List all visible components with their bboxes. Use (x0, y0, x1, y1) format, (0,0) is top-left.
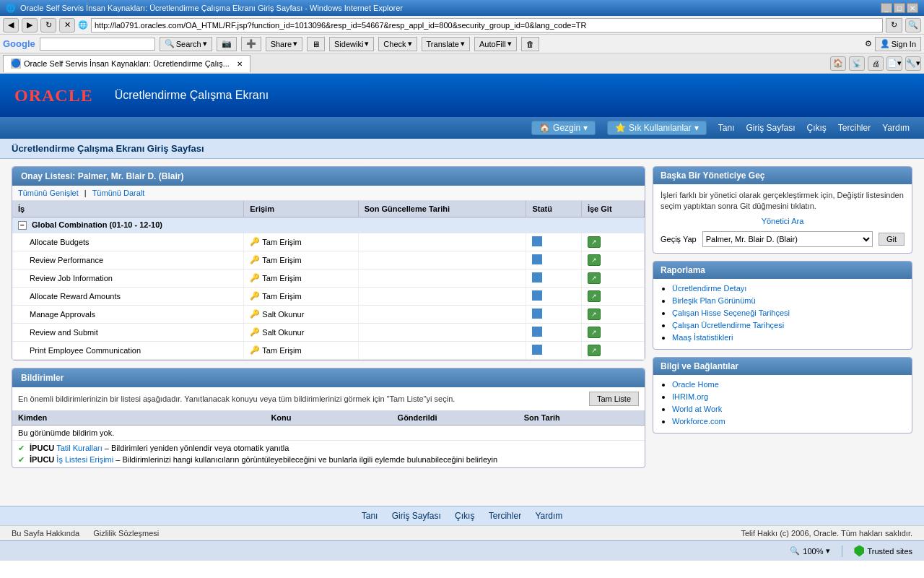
is-listesi-link[interactable]: İş Listesi Erişimi (56, 455, 113, 464)
eraser-button[interactable]: 🗑 (521, 37, 539, 51)
fav-dropdown-icon: ▾ (694, 123, 699, 133)
oracle-logo: ORACLE (14, 86, 93, 105)
bilgi-link-3[interactable]: World at Work (672, 405, 722, 413)
rapor-link-2[interactable]: Birleşik Plan Görünümü (672, 296, 756, 305)
tani-link[interactable]: Tanı (718, 123, 735, 133)
status-box-7[interactable] (532, 345, 542, 355)
row-erisim-3: 🔑 Tam Erişim (244, 269, 358, 287)
sik-kullanilanlar-button[interactable]: ⭐ Sık Kullanılanlar ▾ (607, 121, 707, 135)
yardim-link[interactable]: Yardım (882, 123, 910, 133)
address-bar[interactable] (91, 18, 883, 33)
rapor-link-4[interactable]: Çalışan Ücretlendirme Tarihçesi (672, 321, 784, 329)
minimize-button[interactable]: _ (881, 3, 892, 13)
sidewiki-button[interactable]: Sidewiki▾ (329, 37, 374, 51)
bilgi-link-2[interactable]: IHRIM.org (672, 392, 708, 401)
raporlama-links: Ücretlendirme Detayı Birleşik Plan Görün… (661, 283, 905, 342)
goto-icon-1[interactable]: ↗ (588, 236, 601, 248)
bottom-left: Bu Sayfa Hakkında Gizlilik Sözleşmesi (12, 529, 170, 538)
row-erisim-7: 🔑 Tam Erişim (244, 341, 358, 359)
gecis-select[interactable]: Palmer, Mr. Blair D. (Blair) (702, 231, 873, 247)
status-box-1[interactable] (532, 236, 542, 246)
zoom-icon: 🔍 (790, 546, 800, 556)
goto-icon-3[interactable]: ↗ (588, 272, 601, 284)
zoom-value: 100% (803, 547, 823, 556)
footer-giris-link[interactable]: Giriş Sayfası (392, 511, 441, 521)
translate-button[interactable]: Translate▾ (422, 37, 470, 51)
tools-menu-button[interactable]: 🔧▾ (905, 56, 921, 71)
goto-icon-5[interactable]: ↗ (588, 309, 601, 320)
git-button[interactable]: Git (879, 233, 905, 246)
status-box-5[interactable] (532, 309, 542, 319)
collapse-group-icon[interactable]: − (18, 221, 27, 230)
google-search-input[interactable] (40, 38, 155, 51)
search-ie-button[interactable]: 🔍 (905, 18, 921, 33)
raporlama-section: Raporlama Ücretlendirme Detayı Birleşik … (653, 261, 912, 350)
search-button[interactable]: 🔍 Search ▾ (160, 37, 212, 51)
tercihler-link[interactable]: Tercihler (838, 123, 871, 133)
gizlilik-link[interactable]: Gizlilik Sözleşmesi (93, 529, 159, 538)
expand-collapse-bar: Tümünü Genişlet | Tümünü Daralt (12, 186, 645, 201)
monitor-button[interactable]: 🖥 (307, 37, 325, 51)
bu-sayfa-link[interactable]: Bu Sayfa Hakkında (12, 529, 79, 538)
home-ie-button[interactable]: 🏠 (830, 56, 846, 71)
goto-icon-4[interactable]: ↗ (588, 290, 601, 302)
status-box-3[interactable] (532, 272, 542, 282)
goto-icon-6[interactable]: ↗ (588, 327, 601, 338)
settings-icon: ⚙ (865, 39, 872, 48)
row-tarih-5 (358, 305, 526, 323)
footer-tani-link[interactable]: Tanı (362, 511, 378, 521)
active-tab[interactable]: 🔵 Oracle Self Servis İnsan Kaynakları: Ü… (3, 55, 250, 72)
rapor-link-5[interactable]: Maaş İstatistikleri (672, 333, 733, 342)
go-refresh-button[interactable]: ↻ (886, 18, 902, 33)
footer-tercihler-link[interactable]: Tercihler (489, 511, 521, 521)
maximize-button[interactable]: □ (894, 3, 905, 13)
zoom-dropdown[interactable]: ▾ (826, 546, 830, 556)
footer-cikis-link[interactable]: Çıkış (455, 511, 474, 521)
back-button[interactable]: ◀ (3, 18, 19, 33)
gezgin-button[interactable]: 🏠 Gezgin ▾ (531, 121, 596, 135)
tatil-kurallari-link[interactable]: Tatil Kuralları (56, 444, 103, 452)
camera-button[interactable]: 📷 (217, 37, 237, 51)
rapor-link-1[interactable]: Ücretlendirme Detayı (672, 284, 746, 293)
check-button[interactable]: Check▾ (378, 37, 417, 51)
bilgi-link-1[interactable]: Oracle Home (672, 380, 719, 389)
row-goto-7: ↗ (581, 341, 644, 359)
tam-liste-button[interactable]: Tam Liste (589, 392, 639, 406)
tab-close-icon[interactable]: ✕ (237, 60, 243, 68)
footer-yardim-link[interactable]: Yardım (535, 511, 562, 521)
giris-link[interactable]: Giriş Sayfası (746, 123, 795, 133)
home-dropdown-icon: ▾ (583, 123, 588, 133)
autofill-button[interactable]: AutoFill▾ (474, 37, 517, 51)
status-box-2[interactable] (532, 254, 542, 264)
page-menu-button[interactable]: 📄▾ (886, 56, 902, 71)
row-goto-6: ↗ (581, 323, 644, 341)
ipucu-row-2: ✔ İPUCU İş Listesi Erişimi – Bildirimler… (18, 455, 639, 465)
goto-icon-7[interactable]: ↗ (588, 345, 601, 356)
status-box-4[interactable] (532, 290, 542, 301)
raporlama-list: Ücretlendirme Detayı Birleşik Plan Görün… (653, 279, 912, 349)
bilgi-link-4[interactable]: Workforce.com (672, 417, 725, 426)
forward-button[interactable]: ▶ (22, 18, 38, 33)
google-toolbar: Google 🔍 Search ▾ 📷 ➕ Share▾ 🖥 Sidewiki▾… (0, 35, 924, 53)
close-button[interactable]: ✕ (907, 3, 918, 13)
rss-button[interactable]: 📡 (849, 56, 865, 71)
share-button[interactable]: Share▾ (266, 37, 302, 51)
yonetici-ara-link[interactable]: Yönetici Ara (661, 217, 905, 225)
plus-button[interactable]: ➕ (241, 37, 261, 51)
collapse-all-link[interactable]: Tümünü Daralt (92, 189, 145, 197)
bilgi-header: Bilgi ve Bağlantılar (653, 358, 912, 375)
bildirim-table: Kimden Konu Gönderildi Son Tarih Bu görü… (12, 410, 645, 441)
expand-all-link[interactable]: Tümünü Genişlet (18, 189, 79, 197)
print-button[interactable]: 🖨 (868, 56, 884, 71)
cikis-link[interactable]: Çıkış (807, 123, 827, 133)
refresh-button[interactable]: ↻ (40, 18, 56, 33)
row-is-2: Review Performance (12, 251, 244, 269)
goto-icon-2[interactable]: ↗ (588, 254, 601, 266)
row-is-1: Allocate Budgets (12, 233, 244, 251)
rapor-link-3[interactable]: Çalışan Hisse Seçeneği Tarihçesi (672, 309, 790, 317)
status-box-6[interactable] (532, 327, 542, 337)
col-erisim: Erişim (244, 201, 358, 217)
sign-in-button[interactable]: 👤 Sign In (875, 37, 921, 51)
stop-button[interactable]: ✕ (59, 18, 75, 33)
dropdown-icon: ▾ (203, 39, 207, 48)
